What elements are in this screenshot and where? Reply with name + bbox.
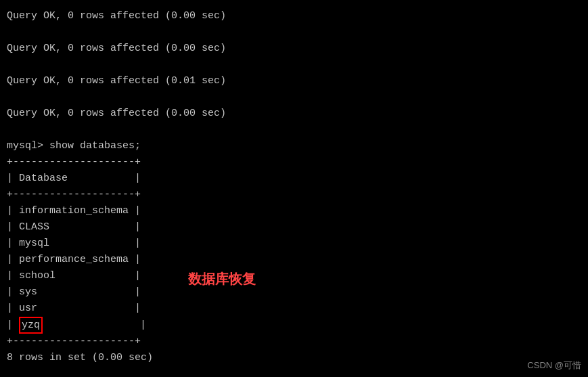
empty-line-2	[7, 57, 581, 73]
empty-line-4	[7, 122, 581, 138]
db-sys: | sys |	[7, 284, 581, 301]
db-performance-schema: | performance_schema |	[7, 252, 581, 268]
db-yzq-row: | yzq |	[7, 317, 581, 334]
empty-line-1	[7, 24, 581, 41]
output-line-4: Query OK, 0 rows affected (0.00 sec)	[7, 106, 581, 122]
db-class: | CLASS |	[7, 219, 581, 236]
db-school: | school |	[7, 268, 581, 284]
yzq-highlighted: yzq	[19, 317, 43, 334]
table-border-bottom: +--------------------+	[7, 334, 581, 350]
db-mysql: | mysql |	[7, 236, 581, 252]
table-header: | Database |	[7, 171, 581, 187]
db-information-schema: | information_schema |	[7, 203, 581, 219]
empty-line-5	[7, 366, 581, 377]
output-line-3: Query OK, 0 rows affected (0.01 sec)	[7, 73, 581, 89]
table-border-top: +--------------------+	[7, 154, 581, 171]
output-line-2: Query OK, 0 rows affected (0.00 sec)	[7, 41, 581, 57]
show-databases-cmd: mysql> show databases;	[7, 138, 581, 154]
watermark-text: CSDN @可惜	[527, 359, 581, 372]
table-header-border: +--------------------+	[7, 187, 581, 203]
output-line-1: Query OK, 0 rows affected (0.00 sec)	[7, 8, 581, 24]
empty-line-3	[7, 89, 581, 106]
terminal: Query OK, 0 rows affected (0.00 sec) Que…	[0, 0, 588, 377]
db-usr: | usr |	[7, 301, 581, 317]
row-count: 8 rows in set (0.00 sec)	[7, 350, 581, 366]
annotation-label: 数据库恢复	[188, 270, 256, 288]
